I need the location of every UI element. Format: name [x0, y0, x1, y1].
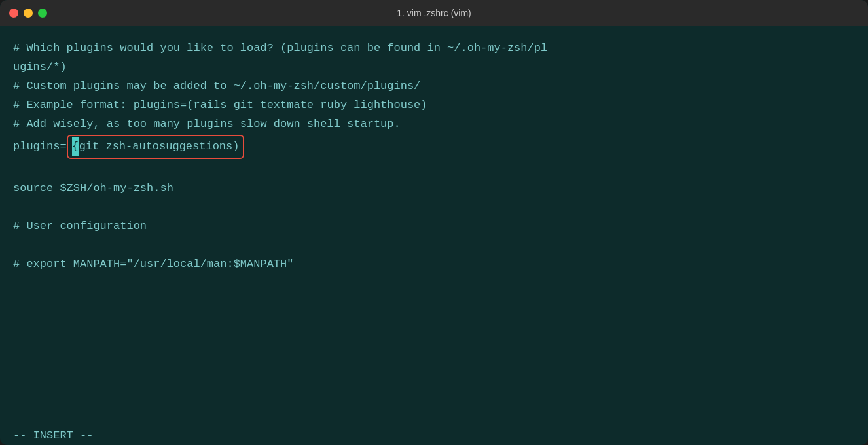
plugins-highlighted-box: {git zsh-autosuggestions) — [67, 135, 245, 159]
maximize-button[interactable] — [38, 9, 47, 18]
line-3: # Custom plugins may be added to ~/.oh-m… — [13, 77, 855, 96]
export-manpath-line: # export MANPATH="/usr/local/man:$MANPAT… — [13, 255, 855, 274]
plugins-prefix: plugins= — [13, 140, 67, 152]
line-1: # Which plugins would you like to load? … — [13, 39, 855, 58]
plugins-close-paren: ) — [232, 140, 239, 152]
vim-mode-indicator: -- INSERT -- — [13, 429, 93, 442]
editor-content[interactable]: # Which plugins would you like to load? … — [0, 26, 868, 425]
plugins-line: plugins={git zsh-autosuggestions) — [13, 135, 855, 159]
empty-line-2 — [13, 198, 855, 217]
empty-line-3 — [13, 236, 855, 255]
traffic-lights — [9, 9, 47, 18]
titlebar: 1. vim .zshrc (vim) — [0, 0, 868, 26]
close-button[interactable] — [9, 9, 18, 18]
vim-cursor: { — [72, 137, 79, 156]
line-5: # Add wisely, as too many plugins slow d… — [13, 115, 855, 134]
line-2: ugins/*) — [13, 58, 855, 77]
user-config-comment: # User configuration — [13, 217, 855, 236]
vim-status-bar: -- INSERT -- — [0, 425, 868, 445]
source-line: source $ZSH/oh-my-zsh.sh — [13, 179, 855, 198]
window-title: 1. vim .zshrc (vim) — [397, 8, 471, 18]
empty-line-1 — [13, 160, 855, 179]
plugins-content: git zsh-autosuggestions — [79, 140, 233, 152]
line-4: # Example format: plugins=(rails git tex… — [13, 96, 855, 115]
terminal-window: 1. vim .zshrc (vim) # Which plugins woul… — [0, 0, 868, 445]
minimize-button[interactable] — [24, 9, 33, 18]
